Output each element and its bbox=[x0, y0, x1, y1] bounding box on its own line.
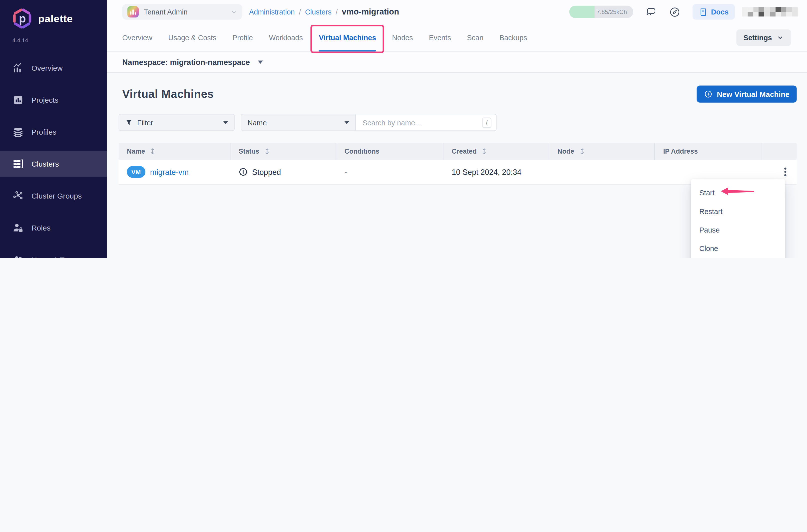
brand-logo: p palette bbox=[0, 0, 107, 31]
search-input[interactable] bbox=[361, 118, 482, 127]
breadcrumb-separator: / bbox=[299, 8, 301, 16]
chevron-down-icon bbox=[231, 8, 237, 15]
app-window: p palette 4.4.14 Overview bbox=[0, 0, 807, 258]
cell-created: 10 Sept 2024, 20:34 bbox=[444, 168, 549, 176]
sidebar-item-label: Users & Teams bbox=[32, 256, 82, 258]
sidebar-item-users-teams[interactable]: Users & Teams bbox=[0, 247, 107, 258]
profiles-stack-icon bbox=[13, 126, 24, 138]
dropdown-caret-icon bbox=[344, 121, 349, 124]
dropdown-caret-icon bbox=[258, 60, 263, 64]
sidebar-item-cluster-groups[interactable]: Cluster Groups bbox=[0, 183, 107, 209]
column-header-node[interactable]: Node bbox=[549, 143, 655, 160]
brand-name: palette bbox=[38, 13, 73, 24]
vm-type-badge: VM bbox=[127, 166, 145, 178]
page-title: Virtual Machines bbox=[122, 88, 214, 101]
usage-quota-text: 7.85/25kCh bbox=[597, 6, 627, 18]
topbar: Tenant Admin Administration / Clusters /… bbox=[107, 0, 807, 52]
docs-label: Docs bbox=[711, 8, 729, 16]
docs-button[interactable]: Docs bbox=[692, 4, 735, 20]
breadcrumb-current-cluster: vmo-migration bbox=[342, 7, 399, 17]
breadcrumb-administration[interactable]: Administration bbox=[249, 8, 295, 16]
tab-scan[interactable]: Scan bbox=[467, 24, 484, 52]
redacted-user-info bbox=[742, 7, 798, 17]
sidebar-item-clusters[interactable]: Clusters bbox=[0, 151, 107, 177]
column-header-name[interactable]: Name bbox=[119, 143, 231, 160]
filter-label: Filter bbox=[137, 118, 153, 127]
palette-hexagon-logo-icon: p bbox=[11, 7, 34, 31]
filter-toolbar: Filter Name / bbox=[119, 114, 797, 131]
menu-item-restart[interactable]: Restart bbox=[691, 202, 785, 221]
sort-icon[interactable] bbox=[579, 147, 585, 155]
vm-name-link[interactable]: migrate-vm bbox=[150, 168, 189, 176]
tab-backups[interactable]: Backups bbox=[500, 24, 527, 52]
app-version: 4.4.14 bbox=[0, 31, 107, 43]
clusters-server-icon bbox=[13, 158, 24, 170]
overview-chart-icon bbox=[13, 62, 24, 74]
sidebar-item-label: Clusters bbox=[32, 160, 59, 168]
chat-icon[interactable] bbox=[645, 6, 657, 18]
tab-events[interactable]: Events bbox=[429, 24, 451, 52]
filter-dropdown[interactable]: Filter bbox=[119, 114, 234, 131]
tab-virtual-machines[interactable]: Virtual Machines bbox=[319, 24, 376, 52]
tab-workloads[interactable]: Workloads bbox=[269, 24, 303, 52]
vm-table-header: Name Status Conditions Created Node bbox=[119, 143, 797, 160]
cell-conditions: - bbox=[336, 168, 444, 176]
users-teams-icon bbox=[13, 254, 24, 258]
settings-button[interactable]: Settings bbox=[736, 30, 791, 46]
menu-item-start[interactable]: Start bbox=[691, 184, 785, 202]
sidebar-item-profiles[interactable]: Profiles bbox=[0, 119, 107, 145]
tab-usage-costs[interactable]: Usage & Costs bbox=[168, 24, 217, 52]
search-group: Name / bbox=[241, 114, 497, 131]
sidebar-item-projects[interactable]: Projects bbox=[0, 87, 107, 113]
breadcrumb-clusters[interactable]: Clusters bbox=[305, 8, 332, 16]
tenant-scope-selector[interactable]: Tenant Admin bbox=[122, 4, 242, 20]
sort-icon[interactable] bbox=[150, 147, 155, 155]
tab-overview[interactable]: Overview bbox=[122, 24, 152, 52]
namespace-selector[interactable]: Namespace: migration-namespace bbox=[107, 52, 807, 73]
topbar-row: Tenant Admin Administration / Clusters /… bbox=[107, 0, 807, 24]
sidebar-item-label: Profiles bbox=[32, 128, 56, 136]
search-field-label: Name bbox=[248, 118, 267, 127]
tenant-app-icon bbox=[127, 6, 139, 18]
filter-funnel-icon bbox=[126, 119, 133, 126]
search-field-selector[interactable]: Name bbox=[241, 114, 356, 130]
sidebar-item-overview[interactable]: Overview bbox=[0, 55, 107, 81]
breadcrumb: Administration / Clusters / vmo-migratio… bbox=[249, 7, 399, 17]
tab-nodes[interactable]: Nodes bbox=[392, 24, 413, 52]
sidebar-item-label: Cluster Groups bbox=[32, 192, 82, 200]
column-header-ip-address: IP Address bbox=[655, 143, 762, 160]
sort-icon[interactable] bbox=[482, 147, 487, 155]
cell-actions bbox=[762, 165, 796, 179]
sort-icon[interactable] bbox=[264, 147, 269, 155]
status-text: Stopped bbox=[252, 168, 281, 176]
column-header-conditions: Conditions bbox=[336, 143, 444, 160]
search-shortcut-key: / bbox=[482, 117, 491, 128]
column-header-status[interactable]: Status bbox=[231, 143, 336, 160]
cluster-groups-network-icon bbox=[13, 190, 24, 202]
tab-profile[interactable]: Profile bbox=[232, 24, 253, 52]
projects-bars-icon bbox=[13, 94, 24, 106]
namespace-label: Namespace: migration-namespace bbox=[122, 58, 250, 66]
breadcrumb-separator: / bbox=[336, 8, 338, 16]
column-header-created[interactable]: Created bbox=[444, 143, 549, 160]
sidebar: p palette 4.4.14 Overview bbox=[0, 0, 107, 258]
plus-circle-icon bbox=[704, 90, 713, 98]
tenant-scope-label: Tenant Admin bbox=[144, 8, 225, 16]
sidebar-item-label: Projects bbox=[32, 96, 58, 104]
sidebar-nav: Overview Projects Profiles bbox=[0, 55, 107, 258]
compass-icon[interactable] bbox=[669, 6, 680, 18]
new-virtual-machine-button[interactable]: New Virtual Machine bbox=[697, 86, 797, 103]
menu-item-clone[interactable]: Clone bbox=[691, 239, 785, 258]
usage-quota-badge: 7.85/25kCh bbox=[569, 6, 633, 18]
sidebar-item-roles[interactable]: Roles bbox=[0, 215, 107, 241]
kebab-menu-icon[interactable] bbox=[782, 165, 789, 179]
chevron-down-icon bbox=[776, 34, 784, 41]
column-header-actions bbox=[762, 143, 796, 160]
cell-status: Stopped bbox=[231, 168, 336, 176]
menu-item-pause[interactable]: Pause bbox=[691, 221, 785, 239]
roles-user-lock-icon bbox=[13, 222, 24, 233]
search-box: / bbox=[356, 114, 496, 130]
sidebar-item-label: Roles bbox=[32, 224, 51, 232]
stopped-power-icon bbox=[239, 168, 248, 176]
docs-book-icon bbox=[698, 7, 707, 16]
